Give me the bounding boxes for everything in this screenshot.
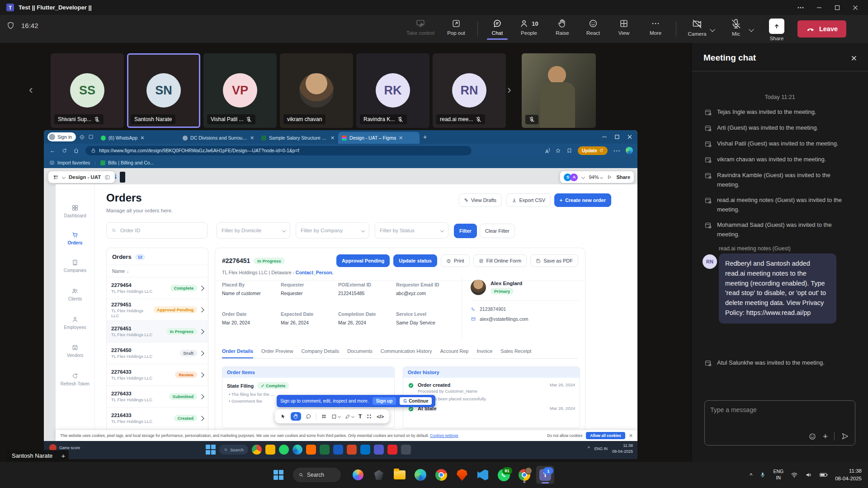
edge-icon[interactable] xyxy=(411,466,429,484)
emoji-icon[interactable] xyxy=(808,432,816,441)
filter-domicile-select[interactable]: Filter by Domicile xyxy=(217,222,290,239)
obsidian-icon[interactable] xyxy=(370,466,388,484)
tab-documents[interactable]: Documents xyxy=(347,348,373,358)
favorites-bar-icon[interactable] xyxy=(566,148,572,154)
filter-apply-button[interactable]: Filter xyxy=(454,224,477,238)
inner-reader-icon[interactable] xyxy=(306,445,316,455)
battery-icon[interactable] xyxy=(820,472,828,478)
close-icon[interactable] xyxy=(853,5,858,10)
back-icon[interactable]: ← xyxy=(47,147,58,154)
sidebar-item-clients[interactable]: Clients xyxy=(56,287,94,301)
participant-tile-active-speaker[interactable]: SN Santosh Narate xyxy=(127,53,200,128)
inner-clock[interactable]: 11:38 08-04-2025 xyxy=(612,443,633,454)
brave-icon[interactable] xyxy=(453,466,471,484)
participant-tile[interactable]: VP Vishal Patil ... xyxy=(203,53,277,128)
scroll-right-chevron[interactable]: › xyxy=(507,84,511,95)
leave-button[interactable]: Leave xyxy=(797,20,846,38)
order-id-search-input[interactable]: Order ID xyxy=(106,222,208,239)
camera-button[interactable]: Camera xyxy=(683,19,712,37)
inner-outlook-icon[interactable] xyxy=(360,445,370,455)
view-button[interactable]: View xyxy=(609,19,638,36)
file-explorer-icon[interactable] xyxy=(391,466,409,484)
approval-pending-button[interactable]: Approval Pending xyxy=(336,254,390,267)
order-row[interactable]: 2276450TL Flex Holdings LLC Draft xyxy=(107,342,208,364)
refresh-icon[interactable] xyxy=(58,148,70,154)
react-button[interactable]: React xyxy=(579,19,608,36)
collaborator-avatar[interactable]: A xyxy=(570,174,578,181)
people-button[interactable]: 10 People xyxy=(512,19,546,36)
start-button[interactable] xyxy=(269,466,288,484)
save-as-pdf-button[interactable]: Save as PDF xyxy=(530,254,578,267)
google-continue-button[interactable]: G Continue xyxy=(400,397,432,405)
browser-tab-sheet[interactable]: Sample Salary Structure with calc✕ xyxy=(258,132,338,144)
workspaces-icon[interactable] xyxy=(79,134,85,140)
inner-excel-icon[interactable] xyxy=(320,445,330,455)
tab-sales-receipt[interactable]: Sales Receipt xyxy=(500,348,531,358)
chat-close-icon[interactable]: ✕ xyxy=(851,54,857,63)
contact-email[interactable]: alex@vstatefilings.com xyxy=(480,316,528,322)
deny-cookies-button[interactable]: Do not allow cookies xyxy=(547,433,582,438)
close-tab-icon[interactable]: ✕ xyxy=(250,135,254,141)
tab-actions-icon[interactable] xyxy=(88,134,94,140)
clear-filter-button[interactable]: Clear Filter xyxy=(480,224,515,238)
contact-person-link[interactable]: Contact_Person. xyxy=(296,270,333,275)
pen-tool-icon[interactable] xyxy=(345,414,354,419)
participant-tile-video[interactable] xyxy=(522,53,596,128)
chrome-icon[interactable] xyxy=(432,466,450,484)
read-aloud-icon[interactable]: A) xyxy=(545,147,550,154)
browser-maximize-icon[interactable] xyxy=(615,135,619,139)
chat-button[interactable]: Chat xyxy=(483,19,512,36)
inner-pdf-icon[interactable] xyxy=(387,445,397,455)
browser-menu-icon[interactable]: ⋯ xyxy=(613,146,620,155)
bookmark-bills[interactable]: Bills | Billing and Co... xyxy=(100,160,154,165)
edge-profile-icon[interactable] xyxy=(626,147,633,154)
whatsapp-icon[interactable]: 81 xyxy=(495,466,513,484)
browser-tab-dc[interactable]: DC Divisions and Surroundings✕ xyxy=(179,132,258,144)
inner-start-button[interactable] xyxy=(206,445,216,455)
update-status-button[interactable]: Update status xyxy=(393,254,437,267)
browser-close-icon[interactable] xyxy=(627,135,632,139)
resources-tool-icon[interactable] xyxy=(366,413,372,419)
view-drafts-button[interactable]: ✎ View Drafts xyxy=(459,193,502,207)
sidebar-item-orders[interactable]: Orders xyxy=(56,231,94,245)
camera-options-chevron[interactable] xyxy=(711,25,714,33)
inner-whatsapp-icon[interactable] xyxy=(279,445,289,455)
participant-tile[interactable]: RN read.ai mee... xyxy=(433,53,506,128)
export-csv-button[interactable]: Export CSV xyxy=(506,193,551,207)
send-icon[interactable] xyxy=(841,432,849,441)
sidebar-item-employees[interactable]: Employees xyxy=(56,316,94,330)
vscode-icon[interactable] xyxy=(474,466,492,484)
inner-tray-chevron[interactable]: ^ xyxy=(588,446,590,451)
fill-online-form-button[interactable]: Fill Online Form xyxy=(473,254,527,267)
import-favorites-button[interactable]: Import favorites xyxy=(49,160,90,165)
widgets-ticker[interactable]: Game score xyxy=(59,446,80,450)
inner-folder-icon[interactable] xyxy=(265,445,275,455)
cookie-close-icon[interactable]: ✕ xyxy=(629,433,633,439)
browser-update-button[interactable]: Update xyxy=(578,146,608,155)
tray-chevron-icon[interactable]: ^ xyxy=(750,472,752,479)
contact-phone[interactable]: 2123874901 xyxy=(480,306,506,312)
inner-teams-icon[interactable] xyxy=(374,445,384,455)
signup-button[interactable]: Sign up xyxy=(373,397,396,405)
cursor-tool-icon[interactable] xyxy=(280,413,286,419)
inner-settings-icon[interactable] xyxy=(401,445,411,455)
participant-tile[interactable]: vikram chavan xyxy=(280,53,353,128)
tab-order-details[interactable]: Order Details xyxy=(222,348,253,358)
new-tab-icon[interactable]: + xyxy=(423,133,427,141)
url-field[interactable]: https://www.figma.com/design/9BKQ0FOHRWa… xyxy=(85,146,472,155)
allow-cookies-button[interactable]: Allow all cookies xyxy=(586,432,625,439)
tab-invoice[interactable]: Invoice xyxy=(476,348,492,358)
close-tab-icon[interactable]: ✕ xyxy=(330,135,335,141)
tab-account-rep[interactable]: Account Rep xyxy=(440,348,469,358)
minimize-icon[interactable] xyxy=(816,5,822,10)
inner-search-box[interactable]: Search xyxy=(219,445,248,455)
browser-minimize-icon[interactable] xyxy=(602,135,607,139)
pop-out-button[interactable]: Pop out xyxy=(442,19,471,36)
shape-tool-icon[interactable] xyxy=(331,414,340,419)
sidebar-item-vendors[interactable]: Vendors xyxy=(56,344,94,358)
mic-options-chevron[interactable] xyxy=(750,25,753,33)
browser-tab-figma-active[interactable]: Design - UAT – Figma✕ xyxy=(338,132,420,144)
taskbar-search-box[interactable]: Search xyxy=(293,468,341,482)
tab-order-preview[interactable]: Order Preview xyxy=(261,348,293,358)
participant-tile[interactable]: RK Ravindra K... xyxy=(356,53,429,128)
